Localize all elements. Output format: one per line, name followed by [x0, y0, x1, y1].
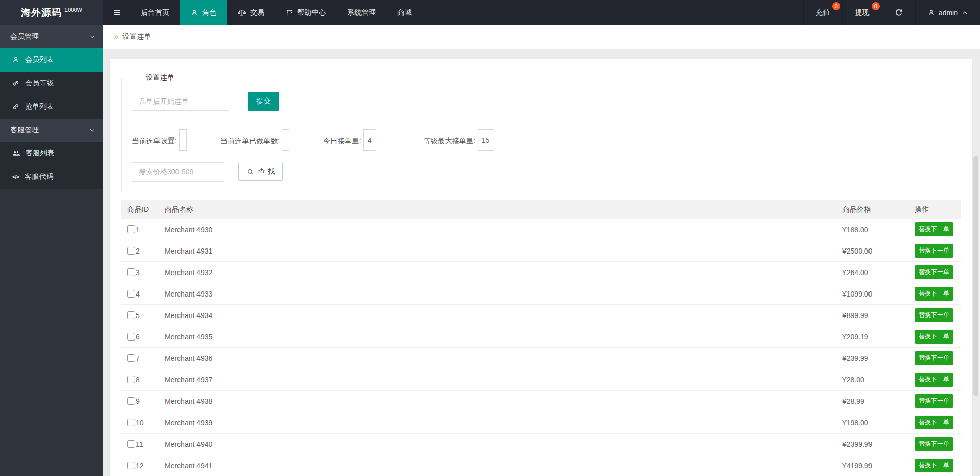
product-name: Merchant 4939 — [165, 419, 842, 427]
row-checkbox[interactable] — [127, 419, 135, 426]
person-icon — [12, 56, 19, 63]
product-price: ¥209.19 — [842, 333, 915, 341]
chain-start-input[interactable] — [132, 92, 229, 111]
product-price: ¥239.99 — [842, 354, 915, 362]
table-row: 8 Merchant 4937 ¥28.00 替换下一单 — [121, 369, 961, 391]
table-row: 1 Merchant 4930 ¥188.00 替换下一单 — [121, 219, 961, 240]
hamburger-menu-button[interactable] — [103, 0, 130, 25]
menu-item-trade[interactable]: 交易 — [227, 0, 275, 25]
sidebar-item-support-list[interactable]: 客服列表 — [0, 142, 103, 165]
table-header: 商品ID 商品名称 商品价格 操作 — [121, 200, 961, 219]
price-search-input[interactable] — [132, 162, 224, 182]
row-checkbox[interactable] — [127, 290, 135, 298]
product-price: ¥1099.00 — [842, 290, 915, 298]
row-checkbox[interactable] — [127, 311, 135, 319]
product-name: Merchant 4934 — [165, 311, 842, 320]
sidebar-group-support-management[interactable]: 客服管理 — [0, 119, 103, 142]
sidebar-group-member-management[interactable]: 会员管理 — [0, 25, 103, 48]
product-name: Merchant 4941 — [165, 462, 842, 470]
sidebar-item-support-code[interactable]: </> 客服代码 — [0, 165, 103, 189]
product-name: Merchant 4940 — [165, 440, 842, 448]
stat-value-box[interactable] — [282, 129, 289, 151]
stat-chain-orders-done: 当前连单已做单数: — [220, 129, 289, 151]
main-menu: 后台首页 角色 交易 帮助中心 系统管理 商城 — [130, 0, 422, 25]
stat-today-orders: 今日接单量: 4 — [323, 129, 376, 151]
product-price: ¥28.00 — [842, 376, 915, 384]
table-row: 12 Merchant 4941 ¥4199.99 替换下一单 — [121, 455, 961, 476]
product-name: Merchant 4938 — [165, 397, 842, 405]
stat-value-box[interactable] — [179, 129, 187, 151]
replace-next-order-button[interactable]: 替换下一单 — [915, 351, 953, 365]
scrollbar-thumb[interactable] — [973, 156, 978, 396]
replace-next-order-button[interactable]: 替换下一单 — [915, 244, 953, 258]
stat-value-box[interactable]: 15 — [478, 129, 494, 151]
app-title-badge: 1000W — [64, 7, 82, 13]
person-icon — [191, 9, 198, 16]
replace-next-order-button[interactable]: 替换下一单 — [915, 265, 953, 279]
replace-next-order-button[interactable]: 替换下一单 — [915, 308, 953, 322]
menu-item-system[interactable]: 系统管理 — [337, 0, 387, 25]
product-id: 10 — [136, 419, 144, 427]
row-checkbox[interactable] — [127, 354, 135, 362]
header-product-price: 商品价格 — [842, 205, 915, 214]
product-table: 商品ID 商品名称 商品价格 操作 1 Merchant 4930 ¥188.0… — [121, 200, 961, 476]
row-checkbox[interactable] — [127, 397, 135, 405]
replace-next-order-button[interactable]: 替换下一单 — [915, 222, 953, 236]
chevron-down-icon — [89, 127, 95, 133]
product-price: ¥2500.00 — [842, 247, 915, 255]
product-name: Merchant 4930 — [165, 225, 842, 234]
row-checkbox[interactable] — [127, 225, 135, 233]
menu-item-mall[interactable]: 商城 — [387, 0, 422, 25]
table-row: 10 Merchant 4939 ¥198.00 替换下一单 — [121, 412, 961, 434]
panel-legend: 设置连单 — [141, 73, 179, 82]
username: admin — [939, 9, 958, 17]
header-product-id: 商品ID — [121, 205, 165, 214]
row-checkbox[interactable] — [127, 333, 135, 341]
product-id: 3 — [136, 268, 140, 277]
table-row: 4 Merchant 4933 ¥1099.00 替换下一单 — [121, 283, 961, 305]
replace-next-order-button[interactable]: 替换下一单 — [915, 416, 953, 429]
product-price: ¥198.00 — [842, 419, 915, 427]
refresh-button[interactable] — [882, 0, 915, 25]
scales-icon — [238, 9, 246, 17]
replace-next-order-button[interactable]: 替换下一单 — [915, 459, 953, 472]
stat-value-box[interactable]: 4 — [363, 129, 376, 151]
link-icon — [12, 103, 19, 110]
header-action: 操作 — [915, 205, 961, 214]
menu-item-help-center[interactable]: 帮助中心 — [275, 0, 337, 25]
row-checkbox[interactable] — [127, 247, 135, 255]
product-price: ¥4199.99 — [842, 462, 915, 470]
menu-item-dashboard[interactable]: 后台首页 — [130, 0, 180, 25]
search-button[interactable]: 查 找 — [238, 163, 283, 181]
chevron-down-icon — [89, 34, 95, 40]
product-id: 1 — [136, 225, 140, 234]
content-card: 设置连单 提交 当前连单设置: 当前连单已做单数: 今日接单量: 4 等级最大接… — [110, 59, 972, 476]
product-id: 6 — [136, 333, 140, 341]
sidebar-item-member-level[interactable]: 会员等级 — [0, 72, 103, 95]
replace-next-order-button[interactable]: 替换下一单 — [915, 330, 953, 344]
app-logo: 海外源码 1000W — [0, 0, 103, 25]
menu-item-roles[interactable]: 角色 — [180, 0, 227, 25]
product-id: 4 — [136, 290, 140, 298]
table-row: 7 Merchant 4936 ¥239.99 替换下一单 — [121, 348, 961, 369]
row-checkbox[interactable] — [127, 462, 135, 469]
search-row: 查 找 — [132, 162, 950, 182]
search-icon — [247, 168, 254, 176]
row-checkbox[interactable] — [127, 268, 135, 276]
row-checkbox[interactable] — [127, 376, 135, 383]
row-checkbox[interactable] — [127, 440, 135, 448]
product-id: 7 — [136, 354, 140, 362]
sidebar-item-grab-order-list[interactable]: 抢单列表 — [0, 95, 103, 119]
stat-current-chain-setting: 当前连单设置: — [132, 129, 187, 151]
withdraw-button[interactable]: 提现 0 — [842, 0, 882, 25]
submit-button[interactable]: 提交 — [248, 92, 279, 111]
replace-next-order-button[interactable]: 替换下一单 — [915, 287, 953, 301]
replace-next-order-button[interactable]: 替换下一单 — [915, 394, 953, 408]
sidebar-item-member-list[interactable]: 会员列表 — [0, 48, 103, 72]
refresh-icon — [895, 9, 903, 17]
replace-next-order-button[interactable]: 替换下一单 — [915, 437, 953, 451]
navbar-right: 充值 0 提现 0 admin — [803, 0, 980, 25]
replace-next-order-button[interactable]: 替换下一单 — [915, 373, 953, 387]
user-menu[interactable]: admin — [915, 0, 980, 25]
recharge-button[interactable]: 充值 0 — [803, 0, 842, 25]
